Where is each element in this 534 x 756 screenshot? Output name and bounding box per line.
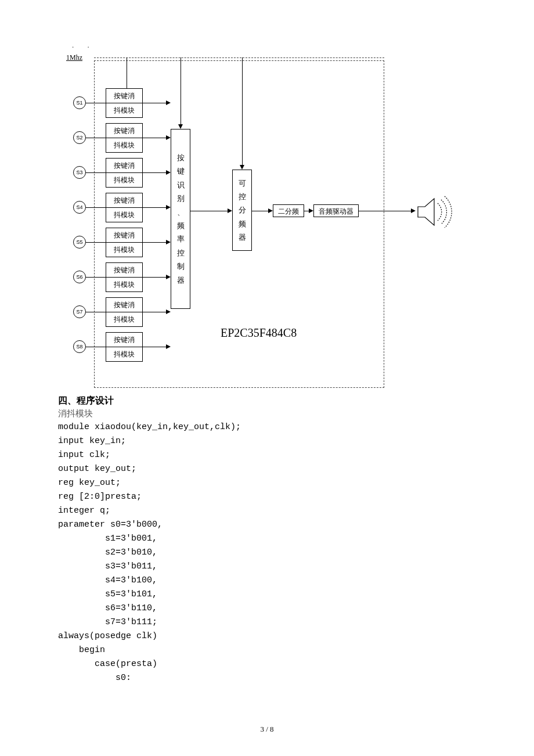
wire	[143, 347, 166, 347]
debounce-label-top: 按键消	[106, 124, 142, 138]
debounce-label-bot: 抖模块	[106, 138, 142, 152]
controller-char: 制	[177, 260, 185, 273]
key-button-s2: S2	[73, 131, 86, 144]
debounce-label-bot: 抖模块	[106, 312, 142, 326]
subsection-label: 消抖模块	[58, 408, 485, 419]
debounce-block: 按键消抖模块	[106, 332, 143, 362]
controller-char: 器	[177, 273, 185, 287]
wire	[143, 103, 166, 103]
arrow-icon	[309, 208, 313, 213]
key-button-s5: S5	[73, 236, 86, 249]
controller-char: 识	[177, 178, 185, 192]
debounce-block: 按键消抖模块	[106, 158, 143, 188]
wire	[86, 312, 106, 312]
wire	[143, 277, 166, 278]
wire	[143, 312, 166, 312]
debounce-label-top: 按键消	[106, 193, 142, 208]
svg-marker-0	[418, 199, 434, 225]
debounce-label-bot: 抖模块	[106, 243, 142, 257]
divider-char: 可	[239, 177, 246, 190]
clk-tap-3	[242, 57, 243, 165]
key-button-s3: S3	[73, 166, 86, 179]
debounce-label-bot: 抖模块	[106, 173, 142, 187]
arrow-icon	[166, 309, 171, 314]
debounce-label-top: 按键消	[106, 298, 142, 312]
arrow-icon	[268, 208, 273, 213]
div-to-div2-line	[252, 211, 268, 211]
block-diagram: 1Mhz 按键识别、频率控制器 可控分频器 二分频 音频驱动器 EP2C35F4…	[58, 53, 476, 390]
arrow-icon	[240, 165, 244, 170]
arrow-icon	[166, 170, 171, 175]
debounce-block: 按键消抖模块	[106, 193, 143, 222]
arrow-icon	[166, 205, 171, 210]
chip-label: EP2C35F484C8	[221, 326, 297, 340]
debounce-label-top: 按键消	[106, 228, 142, 243]
wire	[86, 172, 106, 173]
arrow-icon	[166, 275, 171, 279]
clk-tap-1	[127, 57, 127, 81]
debounce-block: 按键消抖模块	[106, 228, 143, 257]
debounce-label-top: 按键消	[106, 159, 142, 173]
debounce-block: 按键消抖模块	[106, 88, 143, 118]
audio-to-spk-line	[359, 211, 411, 211]
wire	[143, 242, 166, 243]
header-dots: . .	[72, 41, 485, 50]
arrow-icon	[228, 208, 232, 213]
key-button-s4: S4	[73, 201, 86, 214]
debounce-label-bot: 抖模块	[106, 278, 142, 291]
debounce-label-bot: 抖模块	[106, 208, 142, 222]
section-heading: 四、程序设计	[58, 395, 485, 407]
page-number: 3 / 8	[0, 725, 534, 734]
controller-char: 、	[177, 206, 185, 219]
key-controller-block: 按键识别、频率控制器	[171, 129, 190, 309]
div2-block: 二分频	[273, 204, 304, 217]
key-button-s6: S6	[73, 271, 86, 283]
controller-char: 按	[177, 151, 185, 164]
arrow-icon	[166, 240, 171, 244]
debounce-block: 按键消抖模块	[106, 297, 143, 327]
key-button-s1: S1	[73, 96, 86, 109]
wire	[86, 347, 106, 347]
debounce-label-top: 按键消	[106, 263, 142, 278]
controller-char: 键	[177, 164, 185, 178]
arrow-icon	[166, 135, 171, 140]
debounce-label-bot: 抖模块	[106, 347, 142, 361]
debounce-label-bot: 抖模块	[106, 103, 142, 117]
audio-driver-block: 音频驱动器	[313, 204, 359, 217]
speaker-icon	[414, 192, 455, 232]
debounce-label-top: 按键消	[106, 89, 142, 103]
wire	[86, 138, 106, 138]
controller-char: 率	[177, 232, 185, 246]
wire	[143, 207, 166, 208]
controller-char: 别	[177, 192, 185, 205]
divider-char: 分	[239, 203, 246, 217]
wire	[86, 242, 106, 243]
clock-label: 1Mhz	[66, 53, 82, 62]
wire	[143, 172, 166, 173]
div2-to-audio-line	[304, 211, 309, 211]
arrow-icon	[166, 100, 171, 105]
wire	[86, 277, 106, 278]
debounce-block: 按键消抖模块	[106, 123, 143, 153]
wire	[86, 207, 106, 208]
clk-tap-2	[181, 57, 181, 124]
controller-char: 控	[177, 246, 185, 260]
controller-char: 频	[177, 219, 185, 232]
key-button-s7: S7	[73, 305, 86, 318]
divider-char: 控	[239, 190, 246, 203]
clock-line	[94, 57, 384, 58]
wire	[127, 81, 127, 88]
debounce-block: 按键消抖模块	[106, 262, 143, 292]
debounce-label-top: 按键消	[106, 333, 142, 347]
key-button-s8: S8	[73, 340, 86, 353]
wire	[86, 103, 106, 103]
code-block: module xiaodou(key_in,key_out,clk); inpu…	[58, 420, 485, 685]
wire	[143, 138, 166, 138]
arrow-icon	[166, 344, 171, 349]
divider-char: 频	[239, 217, 246, 231]
divider-char: 器	[239, 231, 246, 244]
controllable-divider-block: 可控分频器	[232, 170, 252, 251]
arrow-icon	[178, 124, 183, 129]
ctrl-to-div-line	[190, 211, 228, 211]
